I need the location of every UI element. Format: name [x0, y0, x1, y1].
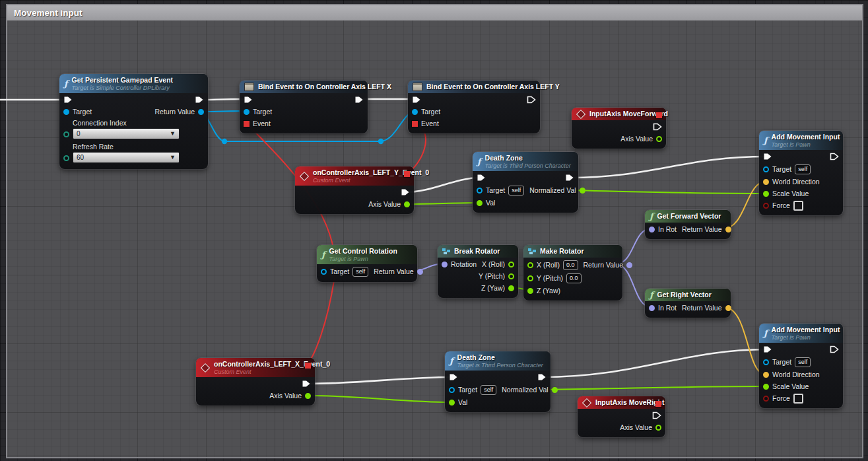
node-bind-event-on-controller-axis-left-y[interactable]: Bind Event to On Controller Axis LEFT YT… — [408, 81, 540, 133]
normalized-val-pin[interactable] — [580, 188, 585, 194]
node-get-control-rotation[interactable]: ƒGet Control RotationTarget is PawnTarge… — [317, 245, 417, 282]
return-value-pin[interactable] — [626, 262, 632, 268]
chevron-down-icon: ▼ — [170, 131, 176, 137]
node-get-right-vector[interactable]: ƒGet Right VectorIn RotReturn Value — [645, 289, 731, 318]
return-value-pin[interactable] — [725, 227, 731, 232]
exec-out-pin[interactable] — [653, 123, 662, 131]
force-pin[interactable] — [763, 203, 769, 209]
node-title: Get Right Vector — [657, 291, 712, 299]
comment-title[interactable]: Movement input — [7, 5, 862, 20]
x-roll-pin[interactable] — [508, 262, 514, 267]
exec-out-pin[interactable] — [830, 345, 839, 353]
delegate-pin[interactable] — [655, 401, 661, 407]
y-pitch-pin[interactable] — [527, 275, 533, 281]
exec-out-pin[interactable] — [527, 96, 536, 104]
target-pin[interactable] — [321, 269, 327, 275]
force-checkbox[interactable] — [793, 201, 803, 211]
node-add-movement-input-2[interactable]: ƒAdd Movement InputTarget is PawnTargets… — [759, 324, 843, 408]
return-value-pin[interactable] — [198, 109, 204, 115]
exec-in-pin[interactable] — [763, 153, 772, 160]
graph-canvas[interactable]: Movement input ƒGet Persistent Gamepad E… — [0, 0, 868, 461]
force-pin[interactable] — [763, 396, 769, 402]
break-struct-icon — [442, 248, 450, 254]
exec-out-pin[interactable] — [565, 174, 574, 182]
delegate-pin[interactable] — [305, 363, 311, 369]
exec-in-pin[interactable] — [449, 373, 458, 381]
function-icon: ƒ — [450, 357, 453, 365]
node-break-rotator[interactable]: Break RotatorRotationX (Roll)Y (Pitch)Z … — [438, 245, 518, 298]
target-pin[interactable] — [412, 109, 418, 115]
delegate-pin[interactable] — [404, 171, 410, 177]
make-struct-icon — [528, 248, 536, 254]
exec-out-pin[interactable] — [354, 96, 364, 104]
event-pin[interactable] — [412, 121, 418, 127]
refresh-rate-dropdown[interactable]: 60▼ — [73, 152, 180, 163]
exec-in-pin[interactable] — [412, 96, 421, 104]
force-checkbox[interactable] — [793, 394, 803, 404]
exec-in-pin[interactable] — [244, 96, 253, 104]
refresh-rate-pin[interactable] — [63, 155, 69, 161]
val-pin[interactable] — [477, 200, 483, 206]
exec-out-pin[interactable] — [401, 188, 410, 196]
exec-in-pin[interactable] — [63, 96, 73, 104]
node-get-forward-vector[interactable]: ƒGet Forward VectorIn RotReturn Value — [645, 210, 731, 239]
world-direction-pin[interactable] — [763, 179, 769, 185]
connection-index-dropdown[interactable]: 0▼ — [73, 128, 180, 139]
node-make-rotator[interactable]: Make RotatorX (Roll)0.0Return ValueY (Pi… — [523, 245, 622, 301]
scale-value-pin[interactable] — [763, 191, 769, 197]
node-inputaxis-moveright[interactable]: InputAxis MoveRightAxis Value — [578, 396, 665, 437]
pin-label: Connection Index — [73, 119, 180, 127]
node-bind-event-on-controller-axis-left-x[interactable]: Bind Event to On Controller Axis LEFT XT… — [240, 81, 368, 133]
pin-label: Scale Value — [772, 190, 809, 197]
target-pin[interactable] — [763, 166, 769, 172]
node-death-zone-1[interactable]: ƒDeath ZoneTarget is Third Person Charac… — [473, 152, 578, 213]
target-pin[interactable] — [63, 109, 69, 115]
exec-out-pin[interactable] — [195, 96, 204, 104]
pin-label: Return Value — [682, 304, 722, 312]
event-pin[interactable] — [244, 121, 250, 127]
node-oncontrolleraxis-left-x-event-0[interactable]: onControllerAxis_LEFT_X_Event_0Custom Ev… — [196, 358, 315, 406]
return-value-pin[interactable] — [725, 305, 731, 311]
self-value: self — [481, 385, 496, 395]
node-death-zone-2[interactable]: ƒDeath ZoneTarget is Third Person Charac… — [445, 351, 551, 412]
pin-label: Return Value — [682, 225, 722, 233]
exec-out-pin[interactable] — [302, 380, 311, 388]
target-pin[interactable] — [477, 188, 483, 194]
rotation-pin[interactable] — [442, 262, 448, 267]
in-rot-pin[interactable] — [649, 305, 655, 311]
pin-label: Normalized Val — [502, 386, 548, 394]
exec-out-pin[interactable] — [537, 373, 547, 381]
delegate-pin[interactable] — [656, 112, 662, 118]
z-yaw-pin[interactable] — [508, 285, 514, 291]
self-value: self — [795, 164, 811, 174]
node-add-movement-input-1[interactable]: ƒAdd Movement InputTarget is PawnTargets… — [759, 131, 843, 215]
z-yaw-pin[interactable] — [527, 288, 533, 294]
x-roll-value-input[interactable]: 0.0 — [563, 260, 578, 270]
node-inputaxis-moveforward[interactable]: InputAxis MoveForwardAxis Value — [572, 108, 666, 149]
node-oncontrolleraxis-left-y-event-0[interactable]: onControllerAxis_LEFT_Y_Event_0Custom Ev… — [295, 166, 414, 214]
exec-in-pin[interactable] — [763, 345, 772, 353]
pin-label: Return Value — [154, 108, 195, 116]
y-pitch-pin[interactable] — [508, 273, 514, 279]
node-title: Death Zone — [457, 353, 543, 362]
x-roll-pin[interactable] — [527, 262, 533, 268]
return-value-pin[interactable] — [417, 269, 423, 275]
target-pin[interactable] — [449, 387, 455, 393]
normalized-val-pin[interactable] — [552, 387, 558, 393]
exec-out-pin[interactable] — [652, 411, 661, 419]
axis-value-pin[interactable] — [656, 136, 662, 142]
in-rot-pin[interactable] — [649, 227, 655, 232]
axis-value-pin[interactable] — [655, 425, 661, 431]
target-pin[interactable] — [244, 109, 250, 115]
exec-in-pin[interactable] — [477, 174, 486, 182]
target-pin[interactable] — [763, 359, 769, 365]
axis-value-pin[interactable] — [404, 201, 410, 207]
exec-out-pin[interactable] — [830, 153, 839, 160]
node-get-persistent-gamepad-event[interactable]: ƒGet Persistent Gamepad EventTarget is S… — [59, 74, 208, 169]
val-pin[interactable] — [449, 400, 455, 406]
scale-value-pin[interactable] — [763, 384, 769, 390]
world-direction-pin[interactable] — [763, 372, 769, 378]
connection-index-pin[interactable] — [63, 131, 69, 137]
axis-value-pin[interactable] — [305, 393, 311, 399]
y-pitch-value-input[interactable]: 0.0 — [566, 273, 582, 283]
